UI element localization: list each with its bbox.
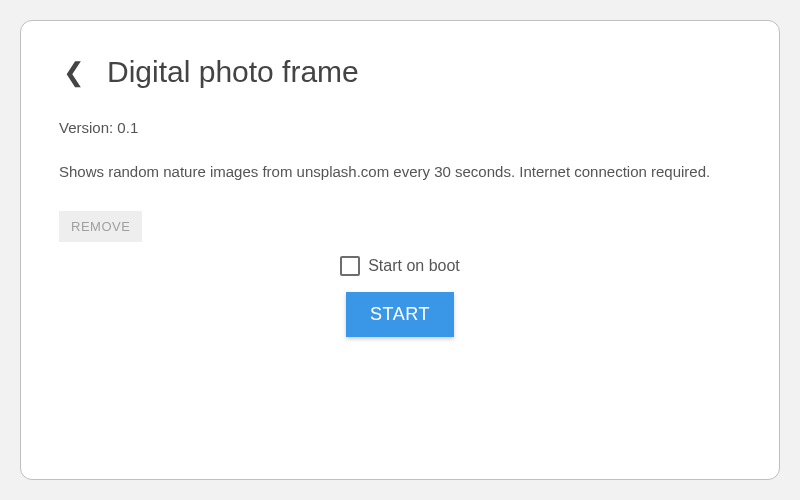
description-text: Shows random nature images from unsplash… [59, 158, 741, 187]
start-button[interactable]: START [346, 292, 454, 337]
header: ❮ Digital photo frame [59, 55, 741, 89]
center-controls: Start on boot START [59, 256, 741, 337]
version-label: Version: 0.1 [59, 119, 741, 136]
remove-button[interactable]: REMOVE [59, 211, 142, 242]
start-on-boot-row[interactable]: Start on boot [340, 256, 460, 276]
start-on-boot-checkbox[interactable] [340, 256, 360, 276]
start-on-boot-label: Start on boot [368, 257, 460, 275]
settings-card: ❮ Digital photo frame Version: 0.1 Shows… [20, 20, 780, 480]
back-icon[interactable]: ❮ [59, 55, 89, 89]
page-title: Digital photo frame [107, 55, 359, 89]
